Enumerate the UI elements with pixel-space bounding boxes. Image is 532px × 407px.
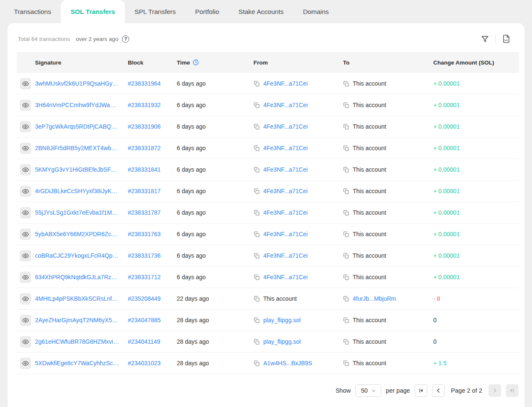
signature-link[interactable]: 4rGDiJBLkeCcSHYyxf38iJyK…	[35, 188, 117, 194]
tab-portfolio[interactable]: Portfolio	[185, 0, 229, 23]
preview-button[interactable]	[20, 293, 31, 305]
copy-from-address-icon[interactable]	[254, 231, 260, 237]
copy-from-address-icon[interactable]	[254, 81, 260, 87]
block-link[interactable]: #234031023	[128, 360, 161, 367]
signature-link[interactable]: 5KMYgG3vY1HiGtBEfeJbSF…	[35, 166, 117, 173]
preview-button[interactable]	[20, 250, 31, 261]
from-address[interactable]: 4Fe3NF...a71Cei	[263, 188, 308, 194]
copy-from-address-icon[interactable]	[254, 274, 260, 280]
signature-link[interactable]: 5XDwkfiEge8cY7WaCyhhzSc…	[35, 360, 119, 367]
copy-to-address-icon[interactable]	[343, 145, 349, 151]
previous-page-button[interactable]	[432, 384, 445, 397]
from-address[interactable]: 4Fe3NF...a71Cei	[263, 102, 308, 108]
copy-to-address-icon[interactable]	[343, 274, 349, 280]
block-link[interactable]: #238331712	[128, 274, 161, 280]
preview-button[interactable]	[20, 143, 31, 154]
copy-to-address-icon[interactable]	[343, 296, 349, 302]
copy-from-address-icon[interactable]	[254, 360, 260, 367]
block-link[interactable]: #235208449	[128, 295, 161, 302]
signature-link[interactable]: 3H64nVmPCCmhw9fYdJWa…	[35, 102, 116, 108]
preview-button[interactable]	[20, 186, 31, 197]
signature-link[interactable]: 2AyeZHarGjmAyqT2NM6yX5…	[35, 317, 118, 323]
next-page-button[interactable]	[489, 384, 501, 397]
tab-domains[interactable]: Domains	[293, 0, 338, 23]
preview-button[interactable]	[20, 121, 31, 132]
preview-button[interactable]	[20, 229, 31, 240]
time-format-toggle[interactable]	[192, 59, 199, 66]
copy-to-address-icon[interactable]	[343, 231, 349, 237]
to-address[interactable]: 4furJb...MbjuRm	[353, 295, 396, 302]
signature-link[interactable]: 2g61eHCWfuBR78G8HZMxvi…	[35, 338, 119, 345]
tab-sol-transfers[interactable]: SOL Transfers	[61, 0, 125, 23]
block-link[interactable]: #238331932	[128, 102, 161, 108]
preview-button[interactable]	[20, 315, 31, 326]
from-address[interactable]: 4Fe3NF...a71Cei	[263, 123, 308, 130]
signature-link[interactable]: coBRaCJC29YkogxLFcR4Qp…	[35, 252, 119, 259]
preview-button[interactable]	[20, 272, 31, 283]
block-link[interactable]: #238331872	[128, 145, 161, 151]
block-link[interactable]: #238331787	[128, 209, 161, 216]
block-link[interactable]: #238331906	[128, 123, 161, 130]
preview-button[interactable]	[20, 164, 31, 175]
copy-to-address-icon[interactable]	[343, 188, 349, 194]
from-address[interactable]: 4Fe3NF...a71Cei	[263, 274, 308, 280]
signature-link[interactable]: 55jJYsLSg1Gxkt7eEvba1f1M…	[35, 209, 118, 216]
copy-from-address-icon[interactable]	[254, 210, 260, 216]
signature-link[interactable]: 2BN8JiFr5dRB5y2MEXT4wb…	[35, 145, 117, 151]
copy-from-address-icon[interactable]	[254, 167, 260, 173]
copy-to-address-icon[interactable]	[343, 317, 349, 323]
copy-to-address-icon[interactable]	[343, 360, 349, 367]
block-link[interactable]: #238331841	[128, 166, 161, 173]
last-page-button[interactable]	[506, 384, 518, 397]
copy-to-address-icon[interactable]	[343, 124, 349, 130]
copy-from-address-icon[interactable]	[254, 296, 260, 302]
time-value: 6 days ago	[177, 188, 206, 194]
preview-button[interactable]	[20, 207, 31, 218]
copy-to-address-icon[interactable]	[343, 167, 349, 173]
signature-link[interactable]: 634XhPRQ9kNqtdkGJLa7Rz…	[35, 274, 117, 280]
signature-link[interactable]: 3whMUskvf2k6U1P9QsaHGy…	[35, 80, 119, 87]
copy-from-address-icon[interactable]	[254, 339, 260, 345]
block-link[interactable]: #234041149	[128, 338, 160, 345]
copy-from-address-icon[interactable]	[254, 253, 260, 259]
copy-to-address-icon[interactable]	[343, 339, 349, 345]
copy-to-address-icon[interactable]	[343, 102, 349, 108]
from-address[interactable]: play_flipgg.sol	[263, 317, 301, 323]
preview-button[interactable]	[20, 358, 31, 369]
from-address[interactable]: 4Fe3NF...a71Cei	[263, 145, 308, 151]
block-link[interactable]: #238331817	[128, 188, 161, 194]
from-address[interactable]: A1w4HS...BxJB9S	[263, 360, 312, 367]
export-csv-button[interactable]: csv	[497, 34, 515, 43]
signature-link[interactable]: 3eP7gcWkArqs5RDtPjCABQ…	[35, 123, 117, 130]
block-link[interactable]: #238331964	[128, 80, 161, 87]
per-page-select[interactable]: 50	[355, 384, 381, 397]
copy-to-address-icon[interactable]	[343, 253, 349, 259]
block-link[interactable]: #238331736	[128, 252, 161, 259]
preview-button[interactable]	[20, 78, 31, 89]
from-address[interactable]: 4Fe3NF...a71Cei	[263, 252, 308, 259]
copy-from-address-icon[interactable]	[254, 317, 260, 323]
copy-to-address-icon[interactable]	[343, 210, 349, 216]
filter-button[interactable]	[476, 35, 494, 43]
tab-transactions[interactable]: Transactions	[4, 0, 61, 23]
copy-from-address-icon[interactable]	[254, 188, 260, 194]
signature-link[interactable]: 5ybABX5e6Y66M2XPDR6Zc…	[35, 231, 117, 237]
preview-button[interactable]	[20, 336, 31, 348]
tab-spl-transfers[interactable]: SPL Transfers	[125, 0, 186, 23]
copy-from-address-icon[interactable]	[254, 145, 260, 151]
tab-stake-accounts[interactable]: Stake Accounts	[229, 0, 293, 23]
preview-button[interactable]	[20, 100, 31, 111]
copy-from-address-icon[interactable]	[254, 124, 260, 130]
block-link[interactable]: #238331763	[128, 231, 161, 237]
from-address[interactable]: play_flipgg.sol	[263, 338, 301, 345]
copy-to-address-icon[interactable]	[343, 81, 349, 87]
copy-from-address-icon[interactable]	[254, 102, 260, 108]
from-address[interactable]: 4Fe3NF...a71Cei	[263, 209, 308, 216]
from-address[interactable]: 4Fe3NF...a71Cei	[263, 231, 308, 237]
signature-link[interactable]: 4MHtLp4pPSKBbXkSCRsLnf…	[35, 295, 118, 302]
from-address[interactable]: 4Fe3NF...a71Cei	[263, 166, 308, 173]
from-address[interactable]: 4Fe3NF...a71Cei	[263, 80, 308, 87]
first-page-button[interactable]	[415, 384, 427, 397]
help-icon[interactable]: ?	[122, 35, 129, 43]
block-link[interactable]: #234047885	[128, 317, 161, 323]
